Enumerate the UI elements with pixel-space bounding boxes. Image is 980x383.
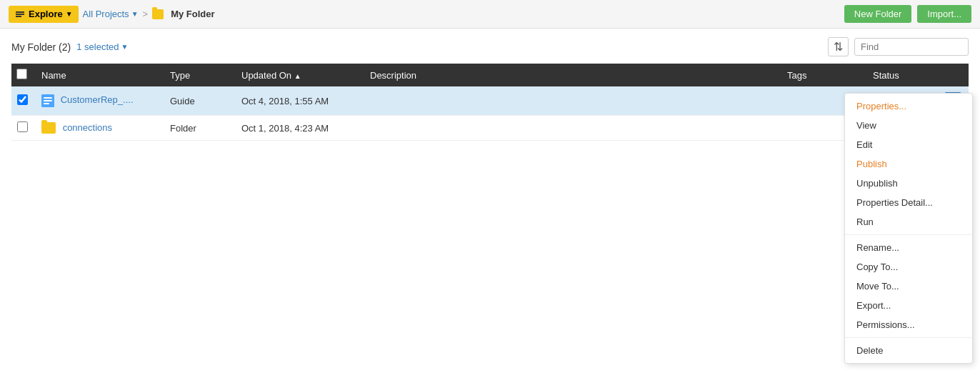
folder-header: My Folder (2) 1 selected ▼ ⇅: [11, 37, 969, 56]
row2-type-cell: Folder: [163, 116, 234, 141]
breadcrumb: Explore ▼ All Projects ▼ > My Folder: [9, 6, 215, 23]
table-row: CustomerRep_.... Guide Oct 4, 2018, 1:55…: [11, 86, 969, 116]
top-bar: Explore ▼ All Projects ▼ > My Folder New…: [0, 0, 980, 29]
menu-item-properties[interactable]: Properties...: [845, 96, 972, 116]
menu-item-edit[interactable]: Edit: [845, 135, 972, 149]
folder-icon: [152, 9, 164, 19]
table-header: Name Type Updated On ▲ Description Tags …: [11, 64, 969, 86]
explore-chevron-icon: ▼: [66, 10, 73, 18]
svg-rect-2: [16, 14, 24, 15]
svg-rect-6: [44, 100, 52, 101]
svg-rect-1: [16, 11, 24, 13]
breadcrumb-separator: >: [143, 9, 149, 19]
header-updated-on[interactable]: Updated On ▲: [234, 64, 363, 86]
table-body: CustomerRep_.... Guide Oct 4, 2018, 1:55…: [11, 86, 969, 141]
selected-badge[interactable]: 1 selected ▼: [76, 41, 128, 52]
sort-button[interactable]: ⇅: [828, 37, 849, 56]
context-menu-section-1: Properties... View Edit Publish Unpublis…: [845, 94, 972, 149]
header-tags: Tags: [780, 64, 866, 86]
header-right: ⇅: [828, 37, 969, 56]
folder-title: My Folder (2): [11, 41, 71, 53]
header-name: Name: [34, 64, 163, 86]
all-projects-chevron-icon: ▼: [131, 10, 139, 18]
svg-rect-5: [44, 97, 52, 99]
row1-checkbox[interactable]: [17, 94, 28, 105]
menu-item-view[interactable]: View: [845, 116, 972, 135]
row2-name-cell: connections: [34, 116, 163, 141]
row2-desc-cell: [363, 116, 780, 141]
folder-title-area: My Folder (2) 1 selected ▼: [11, 41, 128, 53]
row1-checkbox-cell: [11, 86, 34, 116]
select-all-checkbox[interactable]: [16, 69, 27, 79]
row1-updated-cell: Oct 4, 2018, 1:55 AM: [234, 86, 363, 116]
svg-rect-7: [44, 103, 49, 104]
header-checkbox-col: [11, 64, 34, 86]
row1-name-link[interactable]: CustomerRep_....: [61, 94, 134, 105]
header-type: Type: [163, 64, 234, 86]
all-projects-button[interactable]: All Projects ▼: [83, 9, 139, 19]
header-action: [937, 64, 969, 86]
main-content: My Folder (2) 1 selected ▼ ⇅ Name: [0, 29, 980, 149]
header-description: Description: [363, 64, 780, 86]
explore-label: Explore: [29, 9, 63, 19]
row2-name-link[interactable]: connections: [63, 122, 112, 133]
row1-name-cell: CustomerRep_....: [34, 86, 163, 116]
row1-desc-cell: [363, 86, 780, 116]
row2-checkbox[interactable]: [17, 121, 28, 132]
sort-icon: ⇅: [834, 41, 843, 53]
find-input[interactable]: [854, 38, 969, 56]
explore-button[interactable]: Explore ▼: [9, 6, 79, 23]
row1-type-cell: Guide: [163, 86, 234, 116]
row2-updated-cell: Oct 1, 2018, 4:23 AM: [234, 116, 363, 141]
selected-chevron-icon: ▼: [121, 43, 129, 51]
row2-checkbox-cell: [11, 116, 34, 141]
context-menu: Properties... View Edit Publish Unpublis…: [844, 93, 973, 149]
new-folder-button[interactable]: New Folder: [844, 5, 911, 23]
guide-icon: [41, 94, 54, 107]
import-button[interactable]: Import...: [917, 5, 971, 23]
guide-file-icon: [41, 94, 54, 107]
top-bar-actions: New Folder Import...: [844, 5, 971, 23]
header-status: Status: [866, 64, 937, 86]
current-folder-label: My Folder: [171, 9, 214, 19]
table-row: connections Folder Oct 1, 2018, 4:23 AM: [11, 116, 969, 141]
folder-icon: [41, 122, 56, 134]
file-table: Name Type Updated On ▲ Description Tags …: [11, 64, 969, 141]
svg-rect-3: [16, 16, 21, 17]
sort-asc-icon: ▲: [294, 72, 301, 80]
all-projects-label: All Projects: [83, 9, 129, 19]
explore-icon: [14, 9, 26, 20]
